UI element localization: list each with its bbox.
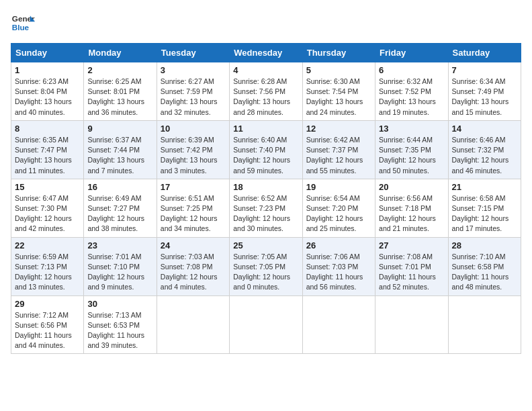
week-row-2: 8Sunrise: 6:35 AMSunset: 7:47 PMDaylight… [11, 120, 521, 179]
day-number: 9 [87, 124, 152, 134]
day-cell-20: 20Sunrise: 6:56 AMSunset: 7:18 PMDayligh… [375, 179, 448, 237]
day-cell-4: 4Sunrise: 6:28 AMSunset: 7:56 PMDaylight… [230, 62, 302, 121]
day-number: 20 [379, 182, 444, 192]
empty-cell [157, 295, 229, 354]
day-number: 5 [306, 65, 371, 75]
day-number: 2 [87, 65, 152, 75]
day-number: 14 [452, 124, 517, 134]
day-cell-12: 12Sunrise: 6:42 AMSunset: 7:37 PMDayligh… [302, 120, 375, 179]
empty-cell [302, 295, 375, 354]
day-number: 12 [306, 124, 371, 134]
day-info: Sunrise: 6:58 AMSunset: 7:15 PMDaylight:… [452, 193, 517, 234]
day-number: 21 [452, 182, 517, 192]
logo: General Blue [11, 11, 35, 35]
empty-cell [375, 295, 448, 354]
day-cell-23: 23Sunrise: 7:01 AMSunset: 7:10 PMDayligh… [84, 237, 157, 295]
day-number: 26 [306, 240, 371, 250]
empty-cell [230, 295, 302, 354]
day-info: Sunrise: 6:23 AMSunset: 8:04 PMDaylight:… [15, 77, 80, 118]
day-number: 11 [233, 124, 298, 134]
day-cell-22: 22Sunrise: 6:59 AMSunset: 7:13 PMDayligh… [11, 237, 84, 295]
day-cell-9: 9Sunrise: 6:37 AMSunset: 7:44 PMDaylight… [84, 120, 157, 179]
week-row-1: 1Sunrise: 6:23 AMSunset: 8:04 PMDaylight… [11, 62, 521, 121]
day-info: Sunrise: 6:30 AMSunset: 7:54 PMDaylight:… [306, 77, 371, 118]
day-info: Sunrise: 6:47 AMSunset: 7:30 PMDaylight:… [15, 193, 80, 234]
day-number: 19 [306, 182, 371, 192]
day-info: Sunrise: 7:01 AMSunset: 7:10 PMDaylight:… [87, 252, 152, 293]
day-info: Sunrise: 6:25 AMSunset: 8:01 PMDaylight:… [87, 77, 152, 118]
day-cell-27: 27Sunrise: 7:08 AMSunset: 7:01 PMDayligh… [375, 237, 448, 295]
day-info: Sunrise: 7:08 AMSunset: 7:01 PMDaylight:… [379, 252, 444, 293]
day-number: 16 [87, 182, 152, 192]
day-info: Sunrise: 6:54 AMSunset: 7:20 PMDaylight:… [306, 193, 371, 234]
day-info: Sunrise: 6:52 AMSunset: 7:23 PMDaylight:… [233, 193, 298, 234]
col-header-thursday: Thursday [302, 44, 375, 62]
day-number: 10 [161, 124, 226, 134]
day-number: 8 [15, 124, 80, 134]
week-row-5: 29Sunrise: 7:12 AMSunset: 6:56 PMDayligh… [11, 295, 521, 354]
day-info: Sunrise: 6:42 AMSunset: 7:37 PMDaylight:… [306, 135, 371, 176]
day-cell-26: 26Sunrise: 7:06 AMSunset: 7:03 PMDayligh… [302, 237, 375, 295]
day-cell-15: 15Sunrise: 6:47 AMSunset: 7:30 PMDayligh… [11, 179, 84, 237]
day-cell-21: 21Sunrise: 6:58 AMSunset: 7:15 PMDayligh… [448, 179, 521, 237]
day-number: 23 [87, 240, 152, 250]
day-number: 15 [15, 182, 80, 192]
day-cell-18: 18Sunrise: 6:52 AMSunset: 7:23 PMDayligh… [230, 179, 302, 237]
day-cell-17: 17Sunrise: 6:51 AMSunset: 7:25 PMDayligh… [157, 179, 229, 237]
day-number: 7 [452, 65, 517, 75]
col-header-sunday: Sunday [11, 44, 84, 62]
day-number: 30 [87, 299, 152, 309]
week-row-3: 15Sunrise: 6:47 AMSunset: 7:30 PMDayligh… [11, 179, 521, 237]
col-header-saturday: Saturday [448, 44, 521, 62]
col-header-wednesday: Wednesday [230, 44, 302, 62]
day-info: Sunrise: 6:39 AMSunset: 7:42 PMDaylight:… [161, 135, 226, 176]
week-row-4: 22Sunrise: 6:59 AMSunset: 7:13 PMDayligh… [11, 237, 521, 295]
day-info: Sunrise: 7:05 AMSunset: 7:05 PMDaylight:… [233, 252, 298, 293]
day-info: Sunrise: 6:28 AMSunset: 7:56 PMDaylight:… [233, 77, 298, 118]
day-info: Sunrise: 6:44 AMSunset: 7:35 PMDaylight:… [379, 135, 444, 176]
empty-cell [448, 295, 521, 354]
day-number: 1 [15, 65, 80, 75]
day-number: 29 [15, 299, 80, 309]
day-cell-24: 24Sunrise: 7:03 AMSunset: 7:08 PMDayligh… [157, 237, 229, 295]
day-info: Sunrise: 6:37 AMSunset: 7:44 PMDaylight:… [87, 135, 152, 176]
day-info: Sunrise: 6:49 AMSunset: 7:27 PMDaylight:… [87, 193, 152, 234]
day-cell-28: 28Sunrise: 7:10 AMSunset: 6:58 PMDayligh… [448, 237, 521, 295]
day-cell-14: 14Sunrise: 6:46 AMSunset: 7:32 PMDayligh… [448, 120, 521, 179]
day-number: 3 [161, 65, 226, 75]
day-cell-3: 3Sunrise: 6:27 AMSunset: 7:59 PMDaylight… [157, 62, 229, 121]
day-cell-8: 8Sunrise: 6:35 AMSunset: 7:47 PMDaylight… [11, 120, 84, 179]
day-info: Sunrise: 6:40 AMSunset: 7:40 PMDaylight:… [233, 135, 298, 176]
day-cell-10: 10Sunrise: 6:39 AMSunset: 7:42 PMDayligh… [157, 120, 229, 179]
day-info: Sunrise: 6:32 AMSunset: 7:52 PMDaylight:… [379, 77, 444, 118]
day-number: 24 [161, 240, 226, 250]
day-cell-7: 7Sunrise: 6:34 AMSunset: 7:49 PMDaylight… [448, 62, 521, 121]
day-number: 17 [161, 182, 226, 192]
day-cell-6: 6Sunrise: 6:32 AMSunset: 7:52 PMDaylight… [375, 62, 448, 121]
day-info: Sunrise: 7:06 AMSunset: 7:03 PMDaylight:… [306, 252, 371, 293]
day-info: Sunrise: 6:27 AMSunset: 7:59 PMDaylight:… [161, 77, 226, 118]
day-cell-29: 29Sunrise: 7:12 AMSunset: 6:56 PMDayligh… [11, 295, 84, 354]
calendar-table: SundayMondayTuesdayWednesdayThursdayFrid… [11, 43, 521, 354]
day-info: Sunrise: 6:51 AMSunset: 7:25 PMDaylight:… [161, 193, 226, 234]
col-header-tuesday: Tuesday [157, 44, 229, 62]
day-number: 6 [379, 65, 444, 75]
day-cell-1: 1Sunrise: 6:23 AMSunset: 8:04 PMDaylight… [11, 62, 84, 121]
day-info: Sunrise: 6:34 AMSunset: 7:49 PMDaylight:… [452, 77, 517, 118]
day-cell-11: 11Sunrise: 6:40 AMSunset: 7:40 PMDayligh… [230, 120, 302, 179]
col-header-friday: Friday [375, 44, 448, 62]
day-info: Sunrise: 6:56 AMSunset: 7:18 PMDaylight:… [379, 193, 444, 234]
day-cell-25: 25Sunrise: 7:05 AMSunset: 7:05 PMDayligh… [230, 237, 302, 295]
day-number: 18 [233, 182, 298, 192]
day-cell-19: 19Sunrise: 6:54 AMSunset: 7:20 PMDayligh… [302, 179, 375, 237]
day-info: Sunrise: 7:12 AMSunset: 6:56 PMDaylight:… [15, 310, 80, 351]
day-cell-16: 16Sunrise: 6:49 AMSunset: 7:27 PMDayligh… [84, 179, 157, 237]
day-cell-30: 30Sunrise: 7:13 AMSunset: 6:53 PMDayligh… [84, 295, 157, 354]
day-number: 28 [452, 240, 517, 250]
day-number: 22 [15, 240, 80, 250]
day-cell-2: 2Sunrise: 6:25 AMSunset: 8:01 PMDaylight… [84, 62, 157, 121]
day-number: 27 [379, 240, 444, 250]
day-info: Sunrise: 7:10 AMSunset: 6:58 PMDaylight:… [452, 252, 517, 293]
col-header-monday: Monday [84, 44, 157, 62]
logo-icon: General Blue [11, 11, 35, 35]
